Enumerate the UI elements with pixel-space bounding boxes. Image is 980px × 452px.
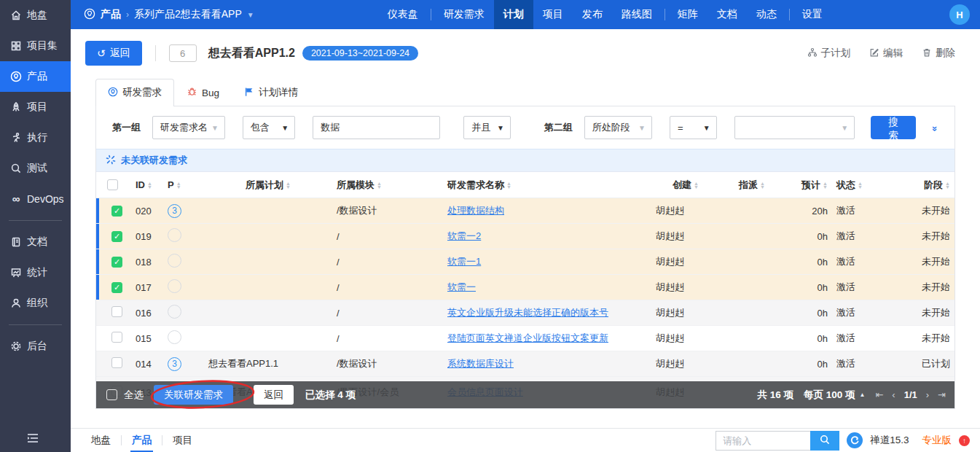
table-row-014[interactable]: 0143想去看看APP1.1/数据设计系统数据库设计胡赳赳0h激活已计划: [96, 351, 954, 377]
footer-tab-地盘[interactable]: 地盘: [81, 429, 121, 452]
field2-select[interactable]: 所处阶段▼: [584, 116, 652, 139]
sort-icon[interactable]: ▲▼: [377, 182, 382, 189]
sidebar-item-统计[interactable]: 统计: [0, 257, 71, 288]
row-checkbox[interactable]: [111, 332, 122, 343]
编辑-action[interactable]: 编辑: [869, 47, 903, 60]
row-checkbox[interactable]: ✓: [111, 257, 122, 268]
column-header-所属计划[interactable]: 所属计划▲▼: [204, 179, 332, 192]
column-header-研发需求名称[interactable]: 研发需求名称▲▼: [443, 179, 651, 192]
operator1-select[interactable]: 包含▼: [243, 116, 295, 139]
requirement-link[interactable]: 登陆页面英文禅道企业版按钮文案更新: [447, 332, 608, 343]
select-all-label[interactable]: 全选: [124, 389, 144, 402]
breadcrumb-product[interactable]: 系列产品2想去看看APP: [134, 8, 242, 21]
sidebar-item-项目[interactable]: 项目: [0, 92, 71, 122]
column-header-阶段[interactable]: 阶段▲▼: [895, 179, 954, 192]
tab-研发需求[interactable]: 研发需求: [95, 79, 174, 106]
avatar[interactable]: H: [949, 4, 970, 25]
table-row-019[interactable]: ✓019/软需一2胡赳赳0h激活未开始: [96, 224, 954, 249]
top-menu-item-仪表盘[interactable]: 仪表盘: [378, 0, 428, 29]
per-page-caret-icon[interactable]: ▲: [860, 391, 866, 398]
row-checkbox[interactable]: ✓: [111, 282, 122, 293]
top-menu-item-动态[interactable]: 动态: [747, 0, 786, 29]
sort-icon[interactable]: ▲▼: [760, 182, 765, 189]
value2-select[interactable]: ▼: [734, 116, 855, 139]
top-menu-item-文档[interactable]: 文档: [707, 0, 747, 29]
sidebar-item-执行[interactable]: 执行: [0, 122, 71, 153]
sort-icon[interactable]: ▲▼: [858, 182, 863, 189]
requirement-link[interactable]: 处理数据结构: [447, 205, 504, 216]
footer-search-button[interactable]: [810, 431, 839, 451]
select-all-checkbox[interactable]: [106, 389, 117, 400]
sidebar-item-地盘[interactable]: 地盘: [0, 0, 71, 31]
column-header-ID[interactable]: ID▲▼: [131, 179, 163, 190]
column-header-所属模块[interactable]: 所属模块▲▼: [332, 179, 443, 192]
search-button[interactable]: 搜索: [871, 116, 916, 139]
删除-action[interactable]: 删除: [922, 47, 955, 60]
top-menu-item-发布[interactable]: 发布: [573, 0, 612, 29]
sidebar-item-文档[interactable]: 文档: [0, 227, 71, 257]
per-page-text[interactable]: 每页 100 项: [804, 389, 855, 402]
sidebar-collapse-button[interactable]: [22, 430, 44, 448]
table-row-016[interactable]: 016/英文企业版升级未能选择正确的版本号胡赳赳0h激活未开始: [96, 300, 954, 326]
子计划-action[interactable]: 子计划: [807, 47, 851, 60]
footer-tab-产品[interactable]: 产品: [122, 429, 162, 452]
link-requirements-button[interactable]: 关联研发需求: [154, 385, 233, 405]
top-menu-item-矩阵[interactable]: 矩阵: [668, 0, 707, 29]
top-menu-item-路线图[interactable]: 路线图: [612, 0, 662, 29]
column-header-指派[interactable]: 指派▲▼: [720, 179, 784, 192]
column-header-状态[interactable]: 状态▲▼: [832, 179, 895, 192]
sidebar-item-DevOps[interactable]: ∞DevOps: [0, 184, 71, 214]
column-header-P[interactable]: P▲▼: [163, 179, 204, 190]
next-page-icon[interactable]: ›: [926, 389, 929, 400]
last-page-icon[interactable]: ⇥: [938, 389, 946, 400]
operator2-select[interactable]: =▼: [670, 116, 717, 139]
top-menu-item-计划[interactable]: 计划: [494, 0, 533, 29]
tab-Bug[interactable]: Bug: [174, 79, 232, 106]
table-row-015[interactable]: 015/登陆页面英文禅道企业版按钮文案更新胡赳赳0h激活未开始: [96, 326, 954, 351]
breadcrumb-caret-icon[interactable]: ▼: [247, 11, 254, 19]
back-button[interactable]: ↺ 返回: [85, 41, 142, 66]
bar-back-button[interactable]: 返回: [254, 385, 294, 405]
row-checkbox[interactable]: [111, 306, 122, 317]
column-header-预计[interactable]: 预计▲▼: [784, 179, 832, 192]
first-page-icon[interactable]: ⇤: [875, 389, 883, 400]
sidebar-item-组织[interactable]: 组织: [0, 288, 71, 319]
prev-page-icon[interactable]: ‹: [892, 389, 895, 400]
sort-icon[interactable]: ▲▼: [286, 182, 291, 189]
sidebar-item-测试[interactable]: 测试: [0, 153, 71, 184]
requirement-link[interactable]: 英文企业版升级未能选择正确的版本号: [447, 307, 608, 318]
sidebar-item-产品[interactable]: 产品: [0, 61, 71, 92]
tab-计划详情[interactable]: 计划详情: [232, 79, 310, 106]
row-checkbox[interactable]: ✓: [111, 206, 122, 217]
top-menu-item-研发需求[interactable]: 研发需求: [434, 0, 494, 29]
row-checkbox[interactable]: [111, 357, 122, 368]
sort-icon[interactable]: ▲▼: [176, 182, 181, 189]
field1-select[interactable]: 研发需求名▼: [152, 116, 225, 139]
footer-tab-项目[interactable]: 项目: [162, 429, 203, 452]
requirement-link[interactable]: 系统数据库设计: [447, 358, 514, 369]
table-row-020[interactable]: ✓0203/数据设计处理数据结构胡赳赳20h激活未开始: [96, 198, 954, 224]
table-row-017[interactable]: ✓017/软需一胡赳赳0h激活未开始: [96, 275, 954, 300]
requirement-link[interactable]: 软需一2: [447, 230, 481, 241]
sidebar-item-项目集[interactable]: 项目集: [0, 31, 71, 61]
top-menu-item-设置[interactable]: 设置: [793, 0, 832, 29]
breadcrumb-section[interactable]: 产品: [101, 8, 121, 21]
sort-icon[interactable]: ▲▼: [147, 182, 152, 189]
edition-label[interactable]: 专业版: [922, 434, 952, 447]
header-checkbox[interactable]: [107, 179, 118, 190]
column-header-创建[interactable]: 创建▲▼: [651, 179, 720, 192]
joiner-select[interactable]: 并且▼: [463, 116, 511, 139]
footer-search-input[interactable]: [716, 431, 810, 451]
row-checkbox[interactable]: ✓: [111, 231, 122, 242]
sort-icon[interactable]: ▲▼: [694, 182, 699, 189]
filter-value-input[interactable]: [313, 116, 440, 139]
table-row-018[interactable]: ✓018/软需一1胡赳赳0h激活未开始: [96, 249, 954, 275]
requirement-link[interactable]: 软需一: [447, 281, 476, 292]
sort-icon[interactable]: ▲▼: [823, 182, 828, 189]
requirement-link[interactable]: 软需一1: [447, 256, 481, 267]
sort-icon[interactable]: ▲▼: [945, 182, 950, 189]
expand-filters-icon[interactable]: »: [930, 125, 941, 129]
top-menu-item-项目[interactable]: 项目: [533, 0, 573, 29]
upgrade-badge-icon[interactable]: ↑: [959, 435, 970, 446]
sort-icon[interactable]: ▲▼: [506, 182, 511, 189]
